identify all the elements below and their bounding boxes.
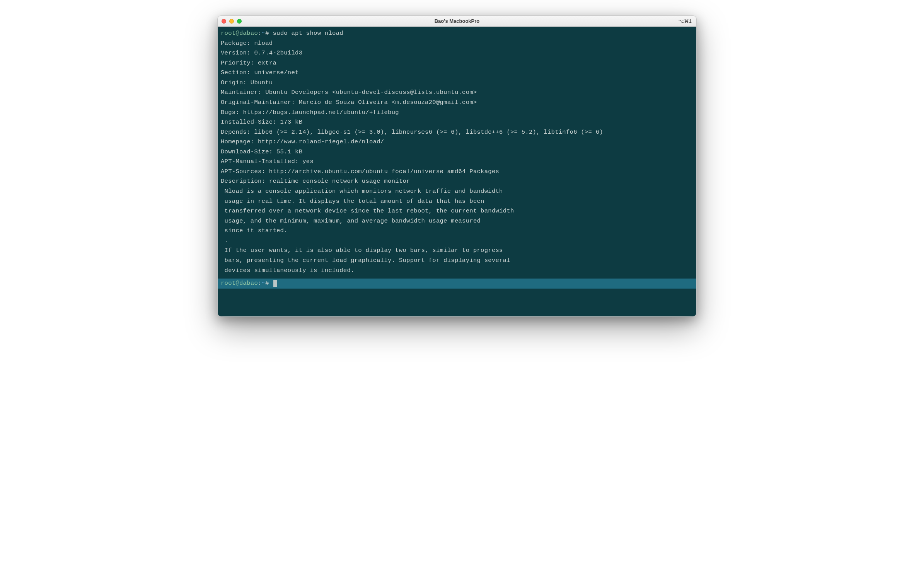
prompt-sep: : (258, 30, 262, 37)
prompt-path: ~ (262, 30, 266, 37)
terminal-body[interactable]: root@dabao:~# sudo apt show nload Packag… (218, 27, 696, 316)
prompt-userhost-active: root@dabao (221, 279, 258, 289)
close-window-button[interactable] (222, 19, 226, 24)
prompt-path-active: ~ (262, 279, 266, 289)
terminal-window: Bao's MacbookPro ⌥⌘1 root@dabao:~# sudo … (217, 15, 697, 317)
prompt-sep-active: : (258, 279, 262, 289)
titlebar[interactable]: Bao's MacbookPro ⌥⌘1 (218, 16, 696, 27)
terminal-content[interactable]: root@dabao:~# sudo apt show nload Packag… (218, 27, 696, 279)
cursor (273, 280, 277, 287)
maximize-window-button[interactable] (237, 19, 242, 24)
window-title: Bao's MacbookPro (222, 18, 692, 24)
active-prompt-line[interactable]: root@dabao:~# (218, 279, 696, 289)
typed-command: sudo apt show nload (273, 30, 343, 37)
prompt-symbol-active: # (265, 279, 269, 289)
prompt-symbol: # (265, 30, 269, 37)
prompt-userhost: root@dabao (221, 30, 258, 37)
minimize-window-button[interactable] (229, 19, 234, 24)
command-output: Package: nload Version: 0.7.4-2build3 Pr… (221, 40, 603, 274)
traffic-lights (222, 19, 242, 24)
window-shortcut: ⌥⌘1 (678, 18, 692, 24)
